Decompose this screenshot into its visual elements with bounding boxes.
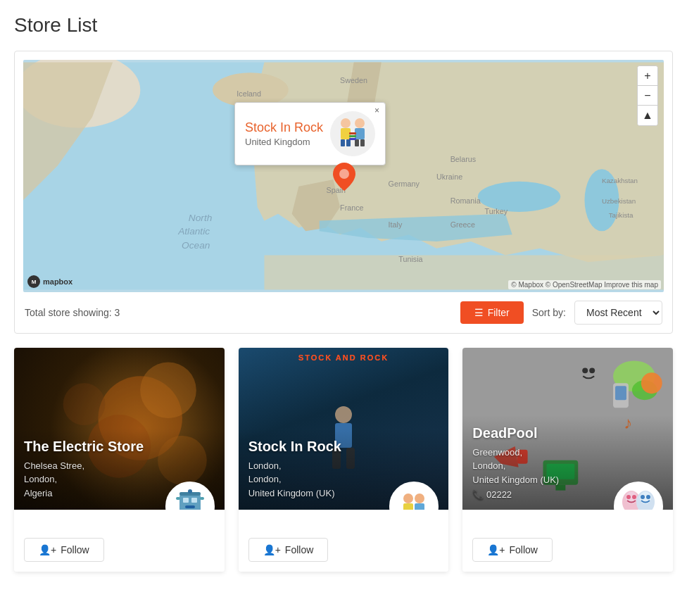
svg-text:Germany: Germany (389, 180, 420, 188)
svg-point-77 (626, 495, 631, 499)
svg-rect-24 (341, 128, 351, 139)
store-card-name-2: Stock In Rock (248, 439, 439, 455)
stores-grid: The Electric Store Chelsea Stree, London… (14, 348, 673, 572)
svg-point-50 (335, 406, 352, 423)
svg-text:Turkey: Turkey (485, 207, 508, 215)
svg-point-73 (583, 367, 588, 373)
store-banner-2: STOCK AND ROCK (239, 353, 449, 362)
svg-text:Romania: Romania (450, 196, 481, 205)
svg-text:Atlantic: Atlantic (177, 226, 210, 237)
svg-point-78 (632, 495, 636, 499)
svg-text:Tunisia: Tunisia (398, 255, 422, 263)
svg-text:Ocean: Ocean (182, 240, 210, 251)
svg-point-74 (590, 367, 595, 373)
page-container: Store List (0, 0, 687, 616)
svg-text:Ukraine: Ukraine (436, 172, 462, 181)
toolbar-right: ☰ Filter Sort by: Most Recent Oldest A-Z (460, 301, 662, 325)
svg-text:Kazakhstan: Kazakhstan (602, 177, 638, 184)
svg-text:Greece: Greece (450, 220, 475, 229)
zoom-in-button[interactable]: + (638, 66, 657, 86)
svg-point-23 (341, 118, 351, 128)
mapbox-logo: M mapbox (27, 275, 73, 288)
svg-rect-32 (349, 135, 356, 137)
store-card-2: STOCK AND ROCK Stock In Rock London, Lon… (239, 348, 449, 572)
follow-button-3[interactable]: 👤+ Follow (472, 538, 553, 562)
svg-text:Tajikista: Tajikista (609, 211, 634, 219)
svg-rect-45 (200, 497, 204, 500)
svg-text:North: North (189, 213, 212, 223)
map-container: North Atlantic Ocean Iceland Sweden Germ… (23, 60, 664, 292)
follow-label-3: Follow (510, 544, 538, 555)
svg-text:Italy: Italy (389, 220, 403, 229)
svg-rect-26 (346, 139, 351, 146)
mapbox-logo-icon: M (27, 275, 40, 288)
store-card-name-3: DeadPool (472, 425, 663, 441)
svg-rect-25 (341, 139, 345, 146)
svg-rect-30 (360, 139, 365, 146)
follow-button-1[interactable]: 👤+ Follow (24, 538, 104, 562)
store-card-addr-3: Greenwood, London, United Kingdom (UK) (472, 446, 663, 487)
popup-store-name: Stock In Rock (245, 120, 323, 135)
popup-country: United Kingdom (245, 137, 323, 147)
follow-label-2: Follow (285, 544, 313, 555)
svg-text:Uzbekistan: Uzbekistan (602, 197, 636, 205)
popup-avatar (330, 111, 375, 156)
mapbox-logo-text: mapbox (43, 277, 73, 286)
store-card-1: The Electric Store Chelsea Stree, London… (14, 348, 225, 572)
store-card-footer-2: 👤+ Follow (239, 510, 449, 572)
svg-point-49 (188, 489, 192, 494)
svg-point-58 (415, 494, 424, 503)
svg-point-54 (403, 494, 413, 503)
follow-icon-1: 👤+ (39, 544, 56, 555)
store-count: Total store showing: 3 (25, 307, 120, 318)
svg-rect-42 (191, 498, 197, 503)
map-marker (333, 163, 355, 194)
follow-label-1: Follow (61, 544, 89, 555)
popup-close-button[interactable]: × (374, 106, 379, 115)
svg-point-81 (641, 495, 645, 499)
store-card-footer-3: 👤+ Follow (462, 510, 673, 572)
map-popup: Stock In Rock United Kingdom (234, 102, 386, 165)
map-section: North Atlantic Ocean Iceland Sweden Germ… (14, 51, 673, 334)
store-card-3: ♪ DeadPool Greenw (462, 348, 673, 572)
follow-button-2[interactable]: 👤+ Follow (248, 538, 329, 562)
filter-label: Filter (488, 307, 510, 318)
store-card-footer-1: 👤+ Follow (14, 510, 225, 572)
sort-label: Sort by: (532, 307, 566, 318)
follow-icon-3: 👤+ (487, 544, 505, 555)
svg-rect-44 (176, 497, 180, 500)
store-card-image-3: ♪ DeadPool Greenw (462, 348, 673, 510)
svg-point-36 (140, 362, 196, 418)
follow-icon-2: 👤+ (263, 544, 281, 555)
svg-rect-43 (185, 505, 195, 508)
filter-icon: ☰ (474, 307, 484, 318)
svg-point-27 (355, 118, 365, 128)
svg-text:France: France (340, 203, 363, 212)
store-card-image-1: The Electric Store Chelsea Stree, London… (14, 348, 225, 510)
svg-rect-31 (349, 132, 356, 134)
filter-button[interactable]: ☰ Filter (460, 301, 524, 324)
svg-point-82 (646, 495, 650, 499)
svg-point-64 (641, 372, 662, 394)
svg-rect-59 (415, 503, 424, 510)
sort-select[interactable]: Most Recent Oldest A-Z (574, 301, 662, 325)
svg-rect-29 (355, 139, 359, 146)
map-controls: + − ▲ (637, 65, 658, 126)
svg-point-34 (339, 169, 349, 179)
svg-rect-55 (403, 503, 413, 510)
store-card-image-2: STOCK AND ROCK Stock In Rock London, Lon… (239, 348, 449, 510)
page-title: Store List (14, 14, 673, 37)
svg-rect-41 (183, 498, 189, 503)
svg-rect-33 (349, 138, 356, 140)
svg-rect-28 (355, 128, 365, 139)
svg-text:Iceland: Iceland (237, 89, 261, 98)
zoom-out-button[interactable]: − (638, 86, 657, 106)
svg-text:Sweden: Sweden (340, 76, 367, 84)
store-card-name-1: The Electric Store (24, 439, 215, 455)
svg-text:Belarus: Belarus (450, 155, 476, 163)
map-attribution: © Mapbox © OpenStreetMap Improve this ma… (508, 280, 661, 289)
svg-rect-66 (615, 386, 626, 400)
store-toolbar: Total store showing: 3 ☰ Filter Sort by:… (23, 301, 664, 325)
svg-point-38 (63, 383, 106, 425)
compass-button[interactable]: ▲ (638, 106, 657, 125)
